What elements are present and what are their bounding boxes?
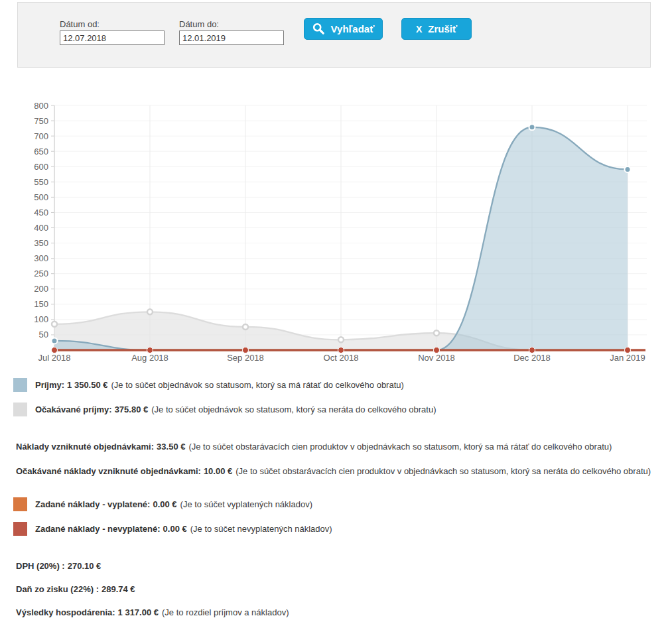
svg-text:300: 300 xyxy=(34,253,48,263)
legend-value: 10.00 € xyxy=(204,464,232,478)
svg-text:550: 550 xyxy=(34,177,48,187)
legend-label: Zadané náklady - vyplatené: xyxy=(35,497,150,511)
summary-value: 270.10 € xyxy=(68,559,101,573)
summary-dan-zo-zisku: Daň zo zisku (22%) : 289.74 € xyxy=(16,582,135,596)
svg-text:Dec 2018: Dec 2018 xyxy=(513,353,551,363)
search-button-label: Vyhľadať xyxy=(331,23,375,34)
svg-text:750: 750 xyxy=(34,116,48,126)
svg-text:400: 400 xyxy=(34,223,48,233)
search-button[interactable]: Vyhľadať xyxy=(304,18,383,40)
legend-item-naklady: Náklady vzniknuté objednávkami: 33.50 € … xyxy=(16,440,612,454)
date-to-field: Dátum do: xyxy=(179,19,284,45)
legend-item-prijmy: Príjmy: 1 350.50 € (Je to súčet objednáv… xyxy=(13,378,404,392)
svg-text:100: 100 xyxy=(34,314,48,324)
svg-text:600: 600 xyxy=(34,162,48,172)
date-to-label: Dátum do: xyxy=(179,19,284,29)
cancel-button[interactable]: X Zrušiť xyxy=(401,18,472,40)
summary-label: DPH (20%) : xyxy=(16,559,65,573)
svg-text:200: 200 xyxy=(34,284,48,294)
search-icon xyxy=(312,23,325,35)
summary-value: 1 317.00 € xyxy=(118,605,159,619)
svg-text:500: 500 xyxy=(34,192,48,202)
date-from-label: Dátum od: xyxy=(60,19,165,29)
legend-value: 33.50 € xyxy=(157,440,185,454)
legend-value: 0.00 € xyxy=(163,522,187,536)
naklady-vyplatene-swatch xyxy=(13,497,27,511)
legend-desc: (Je to súčet obstarávacích cien produkto… xyxy=(235,464,651,478)
svg-text:700: 700 xyxy=(34,131,48,141)
summary-desc: (Je to rozdiel príjmov a nákladov) xyxy=(162,605,289,619)
svg-text:800: 800 xyxy=(34,101,48,111)
legend-item-naklady-vyplatene: Zadané náklady - vyplatené: 0.00 € (Je t… xyxy=(13,497,312,511)
svg-text:Jan 2019: Jan 2019 xyxy=(610,353,645,363)
legend-item-naklady-nevyplatene: Zadané náklady - nevyplatené: 0.00 € (Je… xyxy=(13,522,332,536)
legend-label: Očakávané príjmy: xyxy=(35,403,112,416)
legend-desc: (Je to súčet vyplatených nákladov) xyxy=(180,497,312,511)
svg-text:Aug 2018: Aug 2018 xyxy=(131,353,168,363)
svg-text:250: 250 xyxy=(34,269,48,279)
legend-item-ocakavane-prijmy: Očakávané príjmy: 375.80 € (Je to súčet … xyxy=(13,403,436,416)
svg-text:Sep 2018: Sep 2018 xyxy=(227,353,264,363)
svg-text:450: 450 xyxy=(34,208,48,217)
legend-label: Očakávané náklady vzniknuté objednávkami… xyxy=(16,464,201,478)
legend-label: Príjmy: xyxy=(35,378,64,392)
legend-value: 0.00 € xyxy=(153,497,176,511)
naklady-nevyplatene-swatch xyxy=(13,522,27,536)
legend-value: 375.80 € xyxy=(115,403,149,416)
summary-vysledky: Výsledky hospodárenia: 1 317.00 € (Je to… xyxy=(16,605,289,619)
date-from-field: Dátum od: xyxy=(60,19,165,45)
svg-text:Jul 2018: Jul 2018 xyxy=(38,353,70,363)
ocakavane-prijmy-swatch xyxy=(13,403,27,416)
revenue-area-chart: 5010015020025030035040045050055060065070… xyxy=(0,93,672,371)
legend-label: Zadané náklady - nevyplatené: xyxy=(35,522,161,536)
svg-text:150: 150 xyxy=(34,299,48,309)
legend-desc: (Je to súčet obstarávacích cien produkto… xyxy=(188,440,612,454)
legend-item-ocakavane-naklady: Očakávané náklady vzniknuté objednávkami… xyxy=(16,464,651,478)
summary-value: 289.74 € xyxy=(101,582,135,596)
svg-text:50: 50 xyxy=(39,330,48,340)
summary-label: Výsledky hospodárenia: xyxy=(16,605,115,619)
svg-text:Nov 2018: Nov 2018 xyxy=(418,353,455,363)
prijmy-swatch xyxy=(13,378,27,392)
cancel-button-label: Zrušiť xyxy=(428,23,457,34)
close-icon: X xyxy=(416,25,422,34)
svg-text:350: 350 xyxy=(34,238,48,248)
legend-desc: (Je to súčet nevyplatených nákladov) xyxy=(190,522,332,536)
legend-value: 1 350.50 € xyxy=(67,378,107,392)
summary-label: Daň zo zisku (22%) : xyxy=(16,582,99,596)
summary-dph: DPH (20%) : 270.10 € xyxy=(16,559,101,573)
svg-text:650: 650 xyxy=(34,147,48,156)
date-to-input[interactable] xyxy=(179,31,284,45)
date-from-input[interactable] xyxy=(60,31,165,45)
svg-text:Oct 2018: Oct 2018 xyxy=(324,353,359,363)
legend-desc: (Je to súčet objednávok so statusom, kto… xyxy=(151,403,436,416)
legend-label: Náklady vzniknuté objednávkami: xyxy=(16,440,154,454)
legend-desc: (Je to súčet objednávok so statusom, kto… xyxy=(111,378,404,392)
